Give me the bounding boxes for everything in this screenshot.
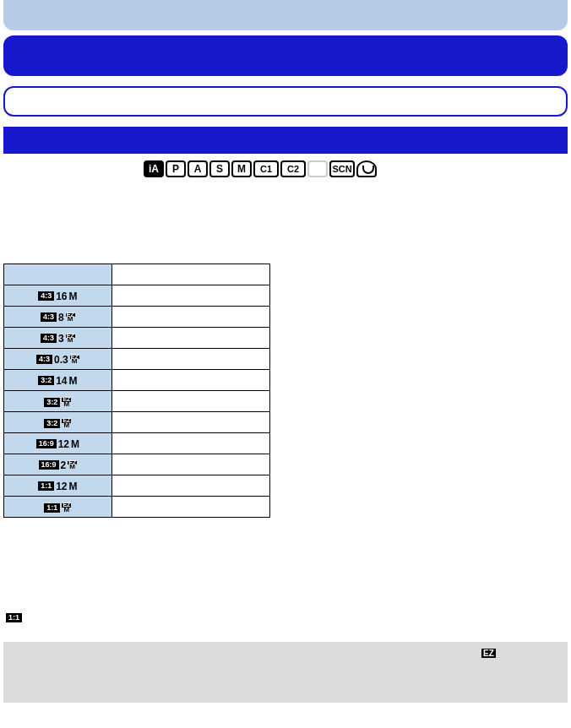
mode-scn-icon: SCN <box>329 160 355 177</box>
size-cell: 16:92EZM <box>4 454 112 475</box>
table-row: 16:92EZM <box>4 454 270 475</box>
size-cell: 16:912M <box>4 433 112 454</box>
table-row: 4:316M <box>4 285 270 307</box>
mode-palette-icon <box>356 160 377 177</box>
size-unit: M <box>69 375 78 387</box>
size-cell: 4:33EZM <box>4 328 112 349</box>
size-cell: 1:1EZM <box>4 497 112 518</box>
table-row: 1:112M <box>4 475 270 497</box>
ratio-badge: 16:9 <box>36 439 57 448</box>
table-row: 4:38EZM <box>4 307 270 328</box>
picture-size-table: 4:316M4:38EZM4:33EZM4:30.3EZM3:214M3:2EZ… <box>3 263 270 518</box>
ratio-badge: 16:9 <box>39 460 59 470</box>
table-header-1 <box>4 264 112 285</box>
resolution-cell <box>111 307 269 328</box>
ez-m-icon: EZM <box>66 334 75 343</box>
size-unit: M <box>69 291 78 302</box>
ratio-badge: 3:2 <box>38 376 54 385</box>
resolution-cell <box>111 285 269 307</box>
table-header-2 <box>111 264 269 285</box>
ratio-badge: 1:1 <box>38 481 54 491</box>
size-cell: 1:112M <box>4 475 112 497</box>
table-row: 3:2EZM <box>4 412 270 433</box>
mode-c1-icon: C1 <box>253 160 279 177</box>
ez-badge-footer: EZ <box>481 649 496 658</box>
ez-m-icon: EZM <box>62 503 71 512</box>
ez-m-icon: EZM <box>62 419 71 427</box>
size-value: 2 <box>61 459 67 471</box>
table-row: 1:1EZM <box>4 497 270 518</box>
table-row: 3:2EZM <box>4 391 270 412</box>
resolution-cell <box>111 454 269 475</box>
top-banner <box>3 0 568 30</box>
table-row: 16:912M <box>4 433 270 454</box>
size-cell: 3:214M <box>4 370 112 391</box>
resolution-cell <box>111 391 269 412</box>
ratio-badge: 3:2 <box>44 419 60 428</box>
ratio-badge: 4:3 <box>36 355 52 364</box>
resolution-cell <box>111 349 269 370</box>
size-cell: 3:2EZM <box>4 391 112 412</box>
mode-icon-row: iA P A S M C1 C2 SCN <box>144 160 377 177</box>
ratio-badge-standalone: 1:1 <box>6 613 22 622</box>
ratio-badge: 4:3 <box>41 334 57 343</box>
table-row: 4:30.3EZM <box>4 349 270 370</box>
size-cell: 3:2EZM <box>4 412 112 433</box>
ratio-badge: 1:1 <box>44 503 60 513</box>
size-value: 16 <box>56 291 67 302</box>
ez-m-icon: EZM <box>66 313 75 322</box>
mode-s-icon: S <box>209 160 230 177</box>
size-cell: 4:316M <box>4 285 112 307</box>
mode-ia-icon: iA <box>144 160 164 177</box>
size-value: 14 <box>56 375 67 387</box>
title-bar <box>3 35 568 76</box>
ez-m-icon: EZM <box>62 398 71 406</box>
resolution-cell <box>111 412 269 433</box>
size-value: 3 <box>58 333 64 345</box>
size-cell: 4:38EZM <box>4 307 112 328</box>
ratio-badge: 4:3 <box>41 312 57 322</box>
mode-a-icon: A <box>188 160 208 177</box>
size-unit: M <box>71 438 79 450</box>
mode-c2-icon: C2 <box>280 160 306 177</box>
resolution-cell <box>111 328 269 349</box>
size-unit: M <box>69 481 78 492</box>
section-heading-bar <box>3 127 568 154</box>
mode-blank-icon <box>307 160 328 177</box>
mode-p-icon: P <box>166 160 186 177</box>
ez-m-icon: EZM <box>70 356 79 364</box>
size-value: 12 <box>58 438 69 450</box>
resolution-cell <box>111 497 269 518</box>
table-row: 4:33EZM <box>4 328 270 349</box>
ez-m-icon: EZM <box>68 461 77 470</box>
ratio-badge: 4:3 <box>38 291 54 301</box>
mode-m-icon: M <box>231 160 252 177</box>
resolution-cell <box>111 475 269 497</box>
resolution-cell <box>111 433 269 454</box>
resolution-cell <box>111 370 269 391</box>
size-value: 12 <box>56 481 67 492</box>
size-value: 0.3 <box>54 354 68 366</box>
subtitle-bar <box>3 86 568 117</box>
size-cell: 4:30.3EZM <box>4 349 112 370</box>
size-value: 8 <box>58 312 64 323</box>
ratio-badge: 3:2 <box>44 398 60 407</box>
table-row: 3:214M <box>4 370 270 391</box>
